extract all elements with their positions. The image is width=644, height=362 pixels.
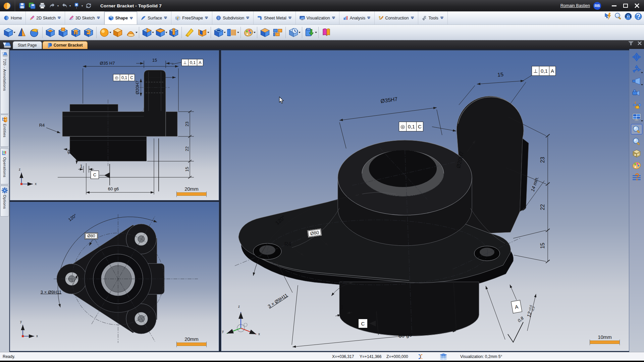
- datum-a-flag[interactable]: A: [511, 300, 522, 313]
- annotation-dropdown[interactable]: ▾: [82, 4, 83, 7]
- chamfer-button[interactable]: [141, 26, 153, 39]
- fcf-concentricity[interactable]: ◎ 0,1 C: [399, 122, 423, 131]
- dropdown-arrow[interactable]: [315, 32, 317, 33]
- tab-2d-sketch[interactable]: 2D Sketch: [26, 11, 65, 24]
- hole-button[interactable]: [167, 26, 180, 39]
- chevron-down-icon[interactable]: [164, 16, 167, 19]
- slot-button[interactable]: [69, 26, 82, 39]
- import-export-button[interactable]: [304, 26, 316, 39]
- pocket-button[interactable]: [212, 26, 225, 39]
- undo-button[interactable]: [48, 2, 57, 10]
- sidebar-item-options[interactable]: Options: [0, 186, 9, 217]
- dim-bolt-circle-box[interactable]: Ø80: [85, 233, 98, 239]
- tab-construction[interactable]: Construction: [375, 11, 418, 24]
- chevron-down-icon[interactable]: [367, 16, 371, 19]
- chevron-down-icon[interactable]: [411, 16, 414, 19]
- annotation-button[interactable]: [72, 2, 81, 10]
- tab-surface[interactable]: Surface: [137, 11, 171, 24]
- viewport-layout-button[interactable]: [631, 112, 642, 122]
- print-button[interactable]: [38, 2, 47, 10]
- refresh-button[interactable]: [84, 2, 93, 10]
- projection-button[interactable]: [631, 76, 642, 86]
- chevron-down-icon[interactable]: [57, 16, 61, 19]
- render-style-button[interactable]: [631, 148, 642, 159]
- dim-23-label[interactable]: 23: [540, 157, 546, 163]
- filter-views-icon[interactable]: [628, 41, 634, 46]
- wedge-button[interactable]: [183, 26, 196, 39]
- chevron-down-icon[interactable]: [332, 16, 335, 19]
- dim-22-label[interactable]: 22: [184, 146, 190, 151]
- part-geometry[interactable]: [62, 70, 177, 161]
- search-icon[interactable]: [614, 12, 623, 21]
- tab-visualization[interactable]: Visualization: [296, 11, 339, 24]
- revolve-button[interactable]: [15, 26, 28, 39]
- zoom-button[interactable]: [631, 136, 642, 146]
- dim-lug-width-label[interactable]: 15: [497, 71, 503, 78]
- documents-home-icon[interactable]: [2, 41, 11, 49]
- dim-15-label[interactable]: 15: [540, 243, 546, 249]
- dropdown-arrow[interactable]: [136, 32, 138, 33]
- dim-bore-label[interactable]: Ø20H7: [135, 80, 140, 94]
- link-status-icon[interactable]: [417, 353, 424, 360]
- minimize-button[interactable]: [609, 2, 619, 10]
- cone-button[interactable]: [124, 26, 137, 39]
- sidebar-item-operations[interactable]: Operations: [0, 148, 9, 184]
- tab-3d-sketch[interactable]: 3D Sketch: [65, 11, 104, 24]
- block-button[interactable]: [111, 26, 124, 39]
- corner-button[interactable]: [196, 26, 209, 39]
- save-all-button[interactable]: [28, 2, 37, 10]
- context-help-button[interactable]: [631, 172, 642, 183]
- datum-c-flag[interactable]: C: [358, 319, 368, 328]
- fcf-perpendicularity[interactable]: ⊥ 0,1 A: [532, 66, 556, 76]
- tab-tools[interactable]: Tools: [418, 11, 448, 24]
- close-document-icon[interactable]: [637, 41, 642, 46]
- boss-button[interactable]: [57, 26, 69, 39]
- sidebar-item-annotations[interactable]: 720 - Annotations: [0, 50, 9, 114]
- dropdown-arrow[interactable]: [299, 32, 301, 33]
- maximize-button[interactable]: [621, 2, 631, 10]
- viewport-iso-view[interactable]: 15 ⊥ 0,1 A Ø35H7 ◎ 0,1 C Ø20H7 23 14 min…: [221, 50, 629, 351]
- chevron-down-icon[interactable]: [129, 17, 133, 20]
- axis-lock-button[interactable]: [631, 100, 642, 110]
- dim-diameter-label[interactable]: Ø35 H7: [100, 61, 115, 66]
- orbit-button[interactable]: [631, 64, 642, 74]
- viewport-top-view[interactable]: 120° Ø80 3 × Ø9H11 20mm y x: [10, 202, 219, 351]
- thread-button[interactable]: [226, 26, 238, 39]
- dim-lug-width-label[interactable]: 15: [152, 58, 157, 63]
- chevron-down-icon[interactable]: [97, 16, 100, 19]
- dim-23-label[interactable]: 23: [184, 122, 190, 126]
- appearance-button[interactable]: [242, 26, 255, 39]
- tab-analysis[interactable]: Analysis: [339, 11, 375, 24]
- tab-shape[interactable]: Shape: [104, 11, 138, 24]
- transparency-button[interactable]: [259, 26, 271, 39]
- pattern-button[interactable]: [271, 26, 284, 39]
- pan-button[interactable]: [631, 52, 642, 62]
- topsolid-logo-icon[interactable]: [3, 1, 13, 10]
- chevron-down-icon[interactable]: [440, 16, 444, 19]
- appearance-button[interactable]: [631, 160, 642, 171]
- dim-base-dia-label[interactable]: 60 g6: [108, 186, 119, 191]
- tab-freeshape[interactable]: FreeShape: [171, 11, 212, 24]
- dim-fillet-label[interactable]: R4: [39, 123, 45, 128]
- chevron-down-icon[interactable]: [205, 16, 208, 19]
- sidebar-item-entities[interactable]: Entities: [0, 115, 9, 147]
- datum-c-flag[interactable]: C: [91, 171, 99, 179]
- extrude-button[interactable]: [2, 26, 15, 39]
- user-account-link[interactable]: Romain Bastien: [560, 3, 590, 8]
- selection-lightning-icon[interactable]: [604, 12, 612, 21]
- fcf-concentricity[interactable]: ◎ 0,1 C: [113, 74, 135, 81]
- tab-start-page[interactable]: Start Page: [13, 41, 42, 49]
- save-button[interactable]: [18, 2, 26, 10]
- redo-dropdown[interactable]: ▾: [69, 4, 71, 7]
- dim-holes-label[interactable]: 3 × Ø9H11: [41, 290, 61, 295]
- fillet-button[interactable]: [154, 26, 167, 39]
- tab-subdivision[interactable]: Subdivision: [212, 11, 254, 24]
- dim-chamfer-label[interactable]: 1: [341, 304, 344, 310]
- camera-button[interactable]: [631, 88, 642, 98]
- dropdown-arrow[interactable]: [254, 32, 256, 33]
- zoom-window-button[interactable]: [631, 124, 642, 134]
- visualization-status[interactable]: Visualization: 0,2mm 5°: [460, 354, 502, 359]
- layers-icon[interactable]: [439, 353, 447, 360]
- chevron-down-icon[interactable]: [246, 16, 250, 19]
- history-button[interactable]: [287, 26, 300, 39]
